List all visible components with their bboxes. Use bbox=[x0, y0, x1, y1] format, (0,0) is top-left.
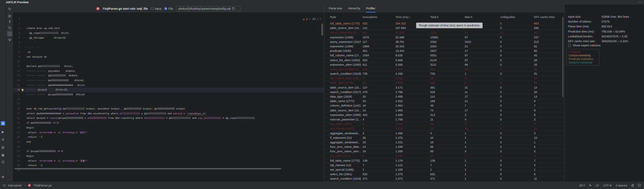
code-line[interactable]: 8 as bbox=[13, 50, 324, 55]
editor-vertical-scrollbar[interactable] bbox=[321, 24, 323, 36]
profiler-vertical-scrollbar[interactable] bbox=[562, 17, 564, 97]
next-issue-icon[interactable]: ∨ bbox=[320, 18, 321, 20]
show-expert-columns-row[interactable]: Show expert columns bbox=[568, 44, 601, 47]
search-icon[interactable] bbox=[7, 25, 12, 30]
code-line[interactable]: 11declare @a1111111111111 dtint, bbox=[13, 64, 324, 69]
code-line[interactable]: 19 bbox=[13, 102, 324, 107]
code-line[interactable]: 28 bbox=[13, 145, 324, 149]
profiler-row[interactable]: search_condition (1519)7354.1587351031 bbox=[324, 71, 564, 76]
profiler-row[interactable]: search_condition (1517)4702.78652511030 bbox=[324, 90, 564, 94]
file-radio[interactable]: File bbox=[164, 7, 173, 10]
code-line[interactable]: 10 bbox=[13, 59, 324, 64]
services-tool-icon[interactable]: ▤ bbox=[1, 145, 5, 149]
profiler-row[interactable]: aggregate_windowed...181.33118101 bbox=[324, 140, 564, 145]
warning-icon[interactable]: ▲ bbox=[303, 18, 305, 20]
code-line[interactable]: 7-- -- -- bbox=[13, 45, 324, 50]
breadcrumb-project[interactable]: tsql-parser bbox=[8, 184, 22, 187]
profiler-row[interactable]: sql_union (1546)31.64816816 bbox=[324, 122, 564, 126]
profiler-row[interactable]: expression (1498)199820.342206421082 bbox=[324, 44, 564, 49]
readonly-pencil-icon[interactable]: ✎ bbox=[589, 184, 592, 187]
profiler-row[interactable]: table_name (1777)332.2521992109 bbox=[324, 99, 564, 103]
tab-parse-tree[interactable]: Parse tree bbox=[329, 5, 342, 13]
editor-horizontal-scrollbar[interactable] bbox=[14, 168, 281, 169]
show-expert-columns-checkbox[interactable] bbox=[568, 44, 571, 47]
code-line[interactable]: 12────── ────── @sysdate dtdate, bbox=[13, 69, 324, 74]
code-line[interactable]: 4 @p_vipa1111111111111 dtint, bbox=[13, 31, 324, 36]
profiler-row[interactable]: join_part (1612)61.23322719 bbox=[324, 154, 564, 158]
profiler-row[interactable]: func_proc_name_data...241.29895405 bbox=[324, 145, 564, 149]
column-header-time[interactable]: Time (ms)∨ bbox=[394, 15, 429, 19]
code-line[interactable]: 32 return -1 bbox=[13, 163, 324, 168]
unlocked-icon[interactable] bbox=[631, 185, 634, 187]
column-header-max-k[interactable]: Max k bbox=[463, 15, 498, 19]
profiler-row[interactable]: sql_clauses (12)71.1227104 bbox=[324, 163, 564, 167]
code-line[interactable]: 17────── ────── @vipa333333333333 dtkind bbox=[13, 92, 324, 97]
inspections-widget[interactable]: ▲ 2 ✓ 23 ∧ ∨ bbox=[303, 17, 321, 21]
code-line[interactable]: 25 select errorcode = -1, errormsg = '执行… bbox=[13, 130, 324, 135]
profiler-row[interactable]: data_type (1829)322.48811417014 bbox=[324, 94, 564, 99]
tab-profiler[interactable]: Profiler bbox=[366, 5, 375, 13]
code-line[interactable]: 30begin bbox=[13, 154, 324, 159]
hide-panel-icon[interactable]: — bbox=[639, 0, 641, 4]
profiler-row[interactable]: predicate (1525)46113.444292717080 bbox=[324, 49, 564, 53]
code-line[interactable]: 15────── ────── @a444444444444444 dtint, bbox=[13, 83, 324, 88]
profiler-row[interactable]: table_source_item (15...1273.17138121013 bbox=[324, 85, 564, 90]
profiler-row[interactable]: select_list (1581)6321.073632106 bbox=[324, 172, 564, 176]
column-header-ambiguities[interactable]: Ambiguities bbox=[498, 15, 532, 19]
code-line[interactable]: 22select @vipid = vipid,@vipa33333333333… bbox=[13, 116, 324, 121]
profiler-row[interactable]: table_source_item (15...141.959741708 bbox=[324, 108, 564, 113]
file-encoding[interactable]: UTF-8 bbox=[603, 184, 611, 187]
profiler-row[interactable]: select_list_elem (1592)6326.669612997038 bbox=[324, 58, 564, 62]
profiler-row[interactable]: func_proc_name_serv...241.28995405 bbox=[324, 149, 564, 154]
profiler-row[interactable]: query_specification (1...1164.8795814214… bbox=[324, 67, 564, 71]
code-editor[interactable]: A TSqlParser.g4 start rule: tsql_file In… bbox=[13, 5, 324, 181]
check-icon[interactable]: ✓ bbox=[309, 18, 311, 21]
tab-hierarchy[interactable]: Hierarchy bbox=[348, 5, 361, 13]
code-line[interactable]: 14────── ────── @a333333333333 dtkind, bbox=[13, 78, 324, 83]
file-path-input[interactable]: ebelice/Github/tsql-parser/examples/big.… bbox=[176, 6, 241, 11]
profiler-row[interactable]: select_statement (15...9864.291113942144… bbox=[324, 30, 564, 35]
profiler-row[interactable]: set_special (1485)11.1051101 bbox=[324, 167, 564, 172]
profiler-row[interactable]: column_definition (1421)182.06449707 bbox=[324, 103, 564, 108]
column-header-total-k[interactable]: Total k bbox=[429, 15, 463, 19]
folder-icon[interactable] bbox=[232, 8, 235, 10]
problems-tool-icon[interactable]: ! bbox=[1, 160, 5, 164]
column-header-invocations[interactable]: Invocations bbox=[361, 15, 394, 19]
refresh-icon[interactable]: ↻ bbox=[7, 6, 12, 12]
prev-issue-icon[interactable]: ∧ bbox=[317, 18, 318, 20]
notifications-icon[interactable]: ! bbox=[638, 184, 641, 187]
profiler-row[interactable]: as_column_alias (159...73.791299210 bbox=[324, 76, 564, 80]
code-line[interactable]: 23if @a333333333333 !='0' bbox=[13, 121, 324, 126]
column-header-dfa-cache-miss[interactable]: DFA cache miss bbox=[532, 15, 564, 19]
profiler-view-icon[interactable]: ◫ bbox=[7, 31, 12, 36]
profiler-row[interactable]: table_alias (1778)613.5851338252 bbox=[324, 80, 564, 85]
parse-tree-view-icon[interactable]: Ψ bbox=[7, 37, 12, 43]
code-line[interactable]: 31 select errorcode = -1, errormsg = '准备… bbox=[13, 159, 324, 164]
code-line[interactable]: 21select @a444444444444444 = paravalue f… bbox=[13, 111, 324, 116]
intention-bulb-icon[interactable] bbox=[22, 89, 24, 91]
profiler-row[interactable]: query_expression (1527)11748.76120621910… bbox=[324, 40, 564, 44]
code-line[interactable]: 13────── ────── @a2222222222 dtdate, bbox=[13, 73, 324, 78]
code-line[interactable]: 24begin bbox=[13, 126, 324, 130]
profiler-row[interactable]: expression (1495)197852.99910982970237 bbox=[324, 35, 564, 40]
profiler-row[interactable]: dml_clause (1493)81.5523010112 bbox=[324, 126, 564, 131]
code-line[interactable]: 27end bbox=[13, 140, 324, 145]
antlr-tool-icon[interactable]: A bbox=[1, 137, 5, 142]
profiler-row[interactable]: aggregate_windowed...41.4954103 bbox=[324, 131, 564, 136]
profiler-row[interactable]: search_condition (1516)4711.0724711011 bbox=[324, 176, 564, 181]
insert-text-icon[interactable]: Ŧ bbox=[7, 19, 12, 24]
code-line[interactable]: 20exec nb_com_getsysconfig @a11111111111… bbox=[13, 107, 324, 111]
stop-icon[interactable] bbox=[7, 14, 12, 19]
caret-position[interactable]: 30:7 bbox=[579, 184, 585, 187]
code-line[interactable]: 16────── @vipid dtchar32, bbox=[13, 88, 324, 92]
code-line[interactable]: 2 bbox=[13, 22, 324, 26]
code-line[interactable]: 9set nocount on bbox=[13, 55, 324, 60]
profiler-row[interactable]: full_table_name (1773)1391.179139107 bbox=[324, 158, 564, 163]
profiler-row[interactable]: expression_elem (1589)4021.948413308 bbox=[324, 113, 564, 117]
profiler-row[interactable]: full_column_name (17...10948.63583019704… bbox=[324, 53, 564, 58]
run-tool-icon[interactable]: ▶ bbox=[1, 129, 5, 134]
profiler-row[interactable]: execute_parameter (1...41.75811403 bbox=[324, 117, 564, 122]
code-line[interactable]: 5 @p_tblname dtchar32 bbox=[13, 36, 324, 41]
code-line[interactable]: 3create proc up_com_test bbox=[13, 26, 324, 31]
antlr-preview-tool-icon[interactable]: ⊞ bbox=[1, 121, 5, 126]
